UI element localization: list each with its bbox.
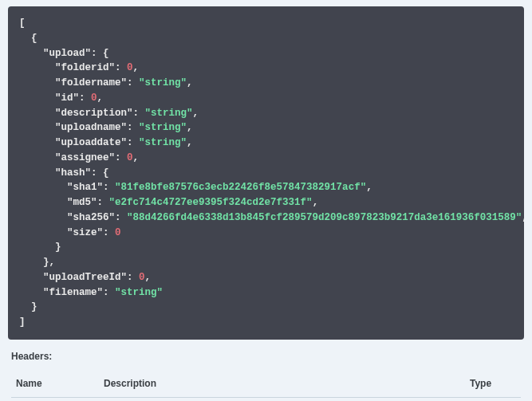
header-col-name: Name [11,370,99,398]
json-val-folderid: 0 [127,62,133,73]
json-val-assignee: 0 [127,152,133,163]
json-val-uploadname: "string" [139,122,187,133]
header-type: integer [465,397,521,401]
json-key-filename: filename [49,287,97,298]
json-val-uploaddate: "string" [139,137,187,148]
header-name: X-Total-Pages [11,397,99,401]
json-key-uploaddate: uploaddate [61,137,121,148]
json-response-example: [ { "upload": { "folderid": 0, "folderna… [8,6,524,340]
json-val-size: 0 [115,227,121,238]
header-description: Total number of pages which can be gener… [99,397,465,401]
json-key-size: size [73,227,97,238]
json-key-description: description [61,108,128,119]
json-key-upload: upload [49,48,85,59]
json-key-assignee: assignee [61,152,109,163]
headers-table: Name Description Type X-Total-Pages Tota… [11,370,521,401]
json-val-id: 0 [91,92,97,104]
json-val-sha1: "81fe8bfe87576c3ecb22426f8e57847382917ac… [115,182,366,193]
json-val-sha256: "88d4266fd4e6338d13b845fcf289579d209c897… [127,212,522,223]
headers-label: Headers: [11,351,521,362]
json-val-description: "string" [145,108,193,119]
json-key-id: id [61,92,73,104]
json-key-sha1: sha1 [73,182,97,193]
table-row: X-Total-Pages Total number of pages whic… [11,397,521,401]
json-key-uploadtreeid: uploadTreeId [49,272,121,283]
json-val-filename: "string" [115,287,163,298]
json-val-uploadtreeid: 0 [139,272,145,283]
header-col-description: Description [99,370,465,398]
json-val-md5: "e2fc714c4727ee9395f324cd2e7f331f" [109,197,313,208]
json-key-foldername: foldername [61,77,121,88]
header-col-type: Type [465,370,521,398]
json-key-sha256: sha256 [73,212,109,223]
json-key-md5: md5 [73,197,92,208]
json-key-uploadname: uploadname [61,122,121,133]
json-key-hash: hash [61,167,85,179]
json-key-folderid: folderid [61,62,109,73]
json-val-foldername: "string" [139,77,187,88]
